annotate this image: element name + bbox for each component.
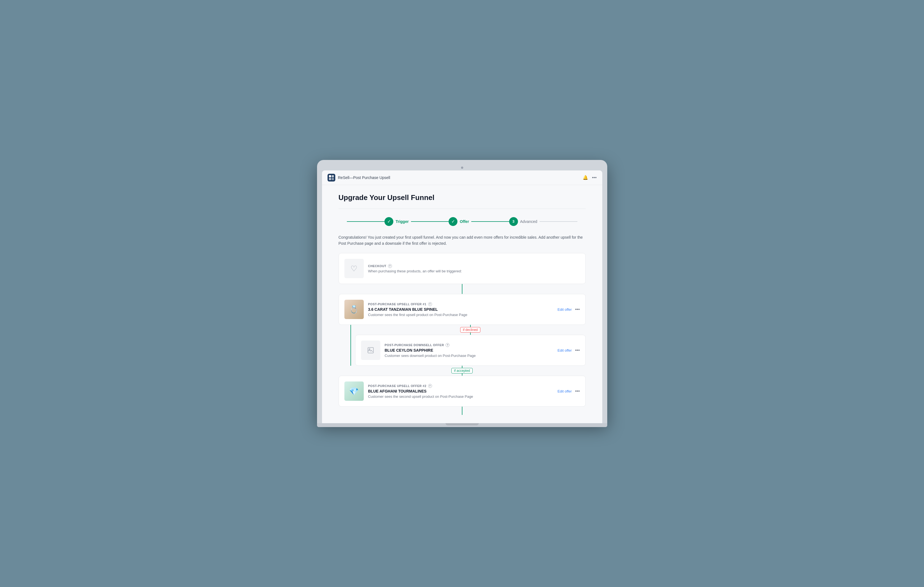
branch-container: if declined bbox=[338, 325, 586, 366]
checkout-card: ♡ CHECKOUT ? When purchasing these produ… bbox=[338, 253, 586, 284]
svg-rect-0 bbox=[329, 175, 331, 178]
laptop-shell: ReSell—Post Purchase Upsell 🔔 ••• Upgrad… bbox=[317, 160, 607, 423]
main-content: Upgrade Your Upsell Funnel ✓ Trigger ✓ O… bbox=[322, 185, 602, 423]
description-text: Congratulations! You just created your f… bbox=[338, 234, 586, 247]
app-title: ReSell—Post Purchase Upsell bbox=[338, 175, 390, 180]
step2-label: Offer bbox=[460, 219, 469, 224]
stepper: ✓ Trigger ✓ Offer 3 Advanced bbox=[338, 217, 586, 226]
if-declined-badge: if declined bbox=[460, 327, 480, 332]
svg-point-5 bbox=[369, 349, 370, 350]
left-branch-line bbox=[350, 325, 351, 366]
offer2-label: POST-PURCHASE UPSELL OFFER #2 ? bbox=[368, 384, 553, 388]
offer2-content: POST-PURCHASE UPSELL OFFER #2 ? BLUE AFG… bbox=[368, 384, 553, 399]
page-title: Upgrade Your Upsell Funnel bbox=[338, 193, 586, 202]
downsell-image bbox=[361, 340, 380, 360]
step1-line-left bbox=[347, 221, 385, 222]
downsell-product-name: BLUE CEYLON SAPPHIRE bbox=[385, 348, 553, 352]
offer1-description: Customer sees the first upsell product o… bbox=[368, 313, 553, 317]
image-placeholder-icon bbox=[367, 347, 374, 354]
svg-rect-3 bbox=[332, 178, 334, 180]
downsell-description: Customer sees downsell product on Post-P… bbox=[385, 354, 553, 358]
connector-1 bbox=[338, 284, 586, 294]
laptop-screen: ReSell—Post Purchase Upsell 🔔 ••• Upgrad… bbox=[322, 171, 602, 423]
checkout-card-content: CHECKOUT ? When purchasing these product… bbox=[368, 264, 580, 273]
checkout-description: When purchasing these products, an offer… bbox=[368, 269, 580, 273]
step2-line-right bbox=[471, 221, 509, 222]
downsell-label: POST-PURCHASE DOWNSELL OFFER ? bbox=[385, 343, 553, 347]
top-bar: ReSell—Post Purchase Upsell 🔔 ••• bbox=[322, 171, 602, 185]
downsell-card: POST-PURCHASE DOWNSELL OFFER ? BLUE CEYL… bbox=[355, 335, 586, 366]
offer1-label: POST-PURCHASE UPSELL OFFER #1 ? bbox=[368, 302, 553, 306]
checkout-help-icon[interactable]: ? bbox=[388, 264, 392, 268]
branch-section: if declined bbox=[338, 325, 586, 376]
offer2-card: 💎 POST-PURCHASE UPSELL OFFER #2 ? BLUE A… bbox=[338, 376, 586, 407]
offer2-product-name: BLUE AFGHANI TOURMALINES bbox=[368, 389, 553, 393]
app-icon bbox=[328, 174, 335, 181]
step3-label: Advanced bbox=[520, 219, 537, 224]
downsell-help-icon[interactable]: ? bbox=[446, 343, 449, 347]
more-options-icon[interactable]: ••• bbox=[592, 175, 597, 180]
svg-rect-2 bbox=[329, 178, 331, 180]
bottom-line bbox=[462, 407, 462, 415]
laptop-bottom bbox=[317, 423, 607, 427]
notification-icon[interactable]: 🔔 bbox=[582, 175, 588, 180]
checkout-icon-placeholder: ♡ bbox=[345, 259, 364, 278]
if-declined-connector: if declined bbox=[355, 325, 586, 335]
divider bbox=[338, 209, 586, 209]
step3-circle: 3 bbox=[509, 217, 518, 226]
if-accepted-badge: if accepted bbox=[451, 368, 472, 373]
heart-icon: ♡ bbox=[350, 264, 357, 273]
step3-line-right bbox=[540, 221, 578, 222]
left-branch bbox=[338, 325, 355, 366]
right-branch: if declined bbox=[355, 325, 586, 366]
offer2-help-icon[interactable]: ? bbox=[428, 384, 432, 388]
step2-circle: ✓ bbox=[449, 217, 457, 226]
offer2-image: 💎 bbox=[345, 381, 364, 401]
if-accepted-connector: if accepted bbox=[338, 366, 586, 376]
camera-dot bbox=[461, 166, 463, 169]
connector-line-1 bbox=[462, 284, 462, 294]
step1-line-right bbox=[411, 221, 449, 222]
offer1-card: 💍 POST-PURCHASE UPSELL OFFER #1 ? 3.6 CA… bbox=[338, 294, 586, 325]
offer2-description: Customer sees the second upsell product … bbox=[368, 395, 553, 399]
downsell-actions: Edit offer ••• bbox=[558, 348, 580, 353]
offer1-help-icon[interactable]: ? bbox=[428, 302, 432, 306]
offer2-more-btn[interactable]: ••• bbox=[575, 389, 580, 394]
checkout-label: CHECKOUT ? bbox=[368, 264, 580, 268]
offer1-more-btn[interactable]: ••• bbox=[575, 307, 580, 312]
offer1-content: POST-PURCHASE UPSELL OFFER #1 ? 3.6 CARA… bbox=[368, 302, 553, 317]
step1-label: Trigger bbox=[396, 219, 409, 224]
downsell-more-btn[interactable]: ••• bbox=[575, 348, 580, 353]
offer2-edit-btn[interactable]: Edit offer bbox=[558, 389, 572, 393]
offer1-actions: Edit offer ••• bbox=[558, 307, 580, 312]
offer2-actions: Edit offer ••• bbox=[558, 389, 580, 394]
offer1-image: 💍 bbox=[345, 300, 364, 319]
laptop-notch bbox=[446, 423, 479, 426]
offer1-edit-btn[interactable]: Edit offer bbox=[558, 307, 572, 312]
svg-rect-1 bbox=[332, 175, 334, 178]
step1-circle: ✓ bbox=[384, 217, 393, 226]
downsell-content: POST-PURCHASE DOWNSELL OFFER ? BLUE CEYL… bbox=[385, 343, 553, 358]
offer1-product-name: 3.6 CARAT TANZANIAN BLUE SPINEL bbox=[368, 307, 553, 312]
downsell-edit-btn[interactable]: Edit offer bbox=[558, 349, 572, 352]
bottom-connector bbox=[338, 407, 586, 415]
